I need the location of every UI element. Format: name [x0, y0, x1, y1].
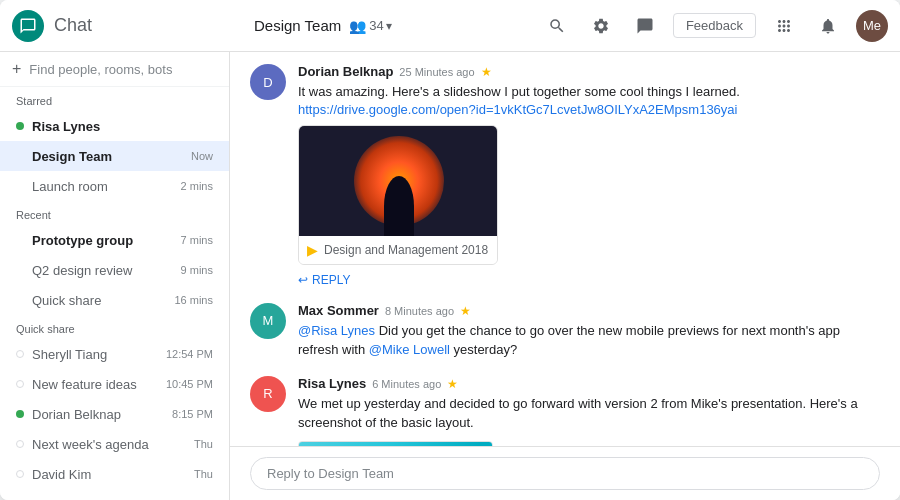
top-bar-right: Feedback Me — [541, 10, 888, 42]
sidebar-item-q2-design[interactable]: Q2 design review 9 mins — [0, 255, 229, 285]
attachment-name: Design and Management 2018 — [324, 243, 488, 257]
sidebar: + Find people, rooms, bots Starred Risa … — [0, 52, 230, 500]
dot — [16, 470, 24, 478]
sidebar-item-name: Q2 design review — [32, 263, 177, 278]
message-group-max: M Max Sommer 8 Minutes ago ★ @Risa Lynes… — [250, 303, 880, 360]
chat-area: D Dorian Belknap 25 Minutes ago ★ It was… — [230, 52, 900, 500]
dot — [16, 236, 24, 244]
sidebar-item-time: 12:54 PM — [166, 348, 213, 360]
online-dot — [16, 122, 24, 130]
message-group-dorian: D Dorian Belknap 25 Minutes ago ★ It was… — [250, 64, 880, 287]
avatar-risa: R — [250, 376, 286, 412]
chevron-down-icon: ▾ — [386, 19, 392, 33]
chat-icon-button[interactable] — [629, 10, 661, 42]
sidebar-item-name: Offsite prep — [32, 497, 187, 501]
attachment-card[interactable]: ▶ Design and Management 2018 — [298, 125, 498, 265]
screenshot-thumbnail — [299, 442, 493, 447]
msg-content-max: Max Sommer 8 Minutes ago ★ @Risa Lynes D… — [298, 303, 880, 360]
sidebar-item-time: 2 mins — [181, 180, 213, 192]
msg-author: Risa Lynes — [298, 376, 366, 391]
star-icon: ★ — [447, 377, 458, 391]
top-bar-left: Chat — [12, 10, 242, 42]
sidebar-item-time: 9 mins — [181, 264, 213, 276]
plus-icon: + — [12, 60, 21, 78]
inactive-dot — [16, 182, 24, 190]
screenshot-card[interactable] — [298, 441, 493, 447]
dot — [16, 266, 24, 274]
online-dot — [16, 410, 24, 418]
sidebar-item-name: Risa Lynes — [32, 119, 213, 134]
sidebar-item-david-kim[interactable]: David Kim Thu — [0, 459, 229, 489]
sidebar-item-sheryll[interactable]: Sheryll Tiang 12:54 PM — [0, 339, 229, 369]
mention-risa: @Risa Lynes — [298, 323, 375, 338]
feedback-button[interactable]: Feedback — [673, 13, 756, 38]
message-input-placeholder: Reply to Design Team — [267, 466, 863, 481]
main-content: + Find people, rooms, bots Starred Risa … — [0, 52, 900, 500]
sidebar-item-launch-room[interactable]: Launch room 2 mins — [0, 171, 229, 201]
msg-link[interactable]: https://drive.google.com/open?id=1vkKtGc… — [298, 102, 880, 117]
mention-mike: @Mike Lowell — [369, 342, 450, 357]
sidebar-search[interactable]: + Find people, rooms, bots — [0, 52, 229, 87]
messages-container: D Dorian Belknap 25 Minutes ago ★ It was… — [230, 52, 900, 446]
msg-time: 25 Minutes ago — [399, 66, 474, 78]
sidebar-item-name: Design Team — [32, 149, 187, 164]
feedback-label: Feedback — [686, 18, 743, 33]
search-placeholder: Find people, rooms, bots — [29, 62, 172, 77]
notifications-button[interactable] — [812, 10, 844, 42]
sidebar-item-name: Dorian Belknap — [32, 407, 168, 422]
user-avatar[interactable]: Me — [856, 10, 888, 42]
msg-time: 8 Minutes ago — [385, 305, 454, 317]
dot — [16, 380, 24, 388]
input-area: Reply to Design Team — [230, 446, 900, 500]
recent-section-label: Recent — [0, 201, 229, 225]
msg-header: Max Sommer 8 Minutes ago ★ — [298, 303, 880, 318]
sidebar-item-name: Prototype group — [32, 233, 177, 248]
settings-button[interactable] — [585, 10, 617, 42]
sidebar-item-risa-lynes[interactable]: Risa Lynes — [0, 111, 229, 141]
message-group-risa: R Risa Lynes 6 Minutes ago ★ We met up y… — [250, 376, 880, 447]
app-container: Chat Design Team 👥 34 ▾ Feedback — [0, 0, 900, 500]
room-members-button[interactable]: 👥 34 ▾ — [349, 18, 391, 34]
sidebar-item-dorian[interactable]: Dorian Belknap 8:15 PM — [0, 399, 229, 429]
sidebar-item-quick-share[interactable]: Quick share 16 mins — [0, 285, 229, 315]
top-bar: Chat Design Team 👥 34 ▾ Feedback — [0, 0, 900, 52]
reply-label: REPLY — [312, 273, 350, 287]
figure-silhouette — [384, 176, 414, 236]
msg-header: Dorian Belknap 25 Minutes ago ★ — [298, 64, 880, 79]
sidebar-item-time: 7 mins — [181, 234, 213, 246]
sidebar-item-prototype-group[interactable]: Prototype group 7 mins — [0, 225, 229, 255]
app-title: Chat — [54, 15, 92, 36]
sidebar-item-time: 8:15 PM — [172, 408, 213, 420]
quick-share-section-label: Quick share — [0, 315, 229, 339]
attachment-thumbnail — [299, 126, 498, 236]
msg-text: @Risa Lynes Did you get the chance to go… — [298, 321, 880, 360]
sidebar-item-time: 16 mins — [174, 294, 213, 306]
sidebar-item-name: Quick share — [32, 293, 170, 308]
inactive-dot — [16, 152, 24, 160]
message-input-box[interactable]: Reply to Design Team — [250, 457, 880, 490]
avatar-dorian: D — [250, 64, 286, 100]
msg-header: Risa Lynes 6 Minutes ago ★ — [298, 376, 880, 391]
msg-text: We met up yesterday and decided to go fo… — [298, 394, 880, 433]
sidebar-item-time: 10:45 PM — [166, 378, 213, 390]
sidebar-item-name: David Kim — [32, 467, 190, 482]
msg-time: 6 Minutes ago — [372, 378, 441, 390]
sidebar-item-next-week[interactable]: Next week's agenda Thu — [0, 429, 229, 459]
sidebar-item-name: Sheryll Tiang — [32, 347, 162, 362]
apps-grid-button[interactable] — [768, 10, 800, 42]
sidebar-item-time: Now — [191, 150, 213, 162]
star-icon: ★ — [481, 65, 492, 79]
avatar-max: M — [250, 303, 286, 339]
slides-icon: ▶ — [307, 242, 318, 258]
sidebar-item-new-feature[interactable]: New feature ideas 10:45 PM — [0, 369, 229, 399]
reply-button[interactable]: ↩ REPLY — [298, 273, 880, 287]
sidebar-item-name: Launch room — [32, 179, 177, 194]
msg-text: It was amazing. Here's a slideshow I put… — [298, 82, 880, 102]
starred-section-label: Starred — [0, 87, 229, 111]
dot — [16, 440, 24, 448]
sidebar-item-design-team[interactable]: Design Team Now — [0, 141, 229, 171]
room-title: Design Team — [254, 17, 341, 34]
sidebar-item-offsite[interactable]: Offsite prep Wed — [0, 489, 229, 500]
sidebar-item-name: Next week's agenda — [32, 437, 190, 452]
search-button[interactable] — [541, 10, 573, 42]
